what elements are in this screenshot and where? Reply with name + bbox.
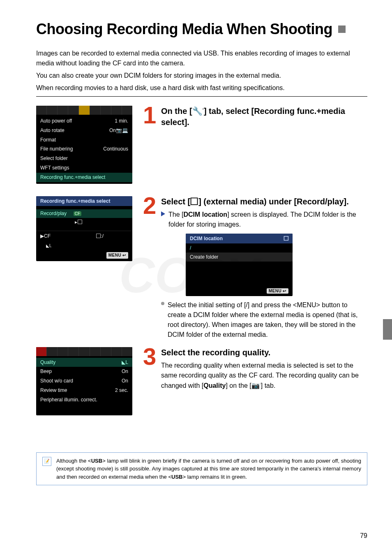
quality-mini-icon: ◣L bbox=[46, 243, 52, 248]
shoot-without-card-label: Shoot w/o card bbox=[40, 378, 73, 385]
quality-value: ◣L bbox=[122, 359, 128, 366]
step-2-bullet-2: Select the initial setting of [/] and pr… bbox=[161, 300, 367, 340]
triangle-bullet-icon bbox=[161, 211, 165, 216]
step-number-3: 3 bbox=[143, 347, 161, 366]
step-3: Quality◣L BeepOn Shoot w/o cardOn Review… bbox=[36, 347, 367, 415]
record-play-row: Record/play CF bbox=[36, 209, 132, 218]
step-2-heading: Select [🞎] (external media) under [Recor… bbox=[161, 196, 367, 207]
auto-power-off-value: 1 min. bbox=[115, 118, 128, 125]
page-number: 79 bbox=[360, 532, 367, 540]
destination-ext: 🞎:/ bbox=[96, 233, 128, 240]
step-2: Recording func.+media select Record/play… bbox=[36, 196, 367, 340]
beep-value: On bbox=[122, 368, 128, 375]
shoot-without-card-value: On bbox=[122, 378, 128, 385]
peripheral-illumin-label: Peripheral illumin. correct. bbox=[40, 396, 97, 403]
camera-shooting-menu: Quality◣L BeepOn Shoot w/o cardOn Review… bbox=[36, 347, 132, 415]
step-3-heading: Select the recording quality. bbox=[161, 347, 367, 358]
wft-settings-label: WFT settings bbox=[40, 164, 69, 171]
divider bbox=[36, 96, 367, 97]
review-time-value: 2 sec. bbox=[115, 387, 128, 394]
page-title-row: Choosing Recording Media When Shooting bbox=[36, 21, 367, 38]
camera-recording-func-screen: Recording func.+media select Record/play… bbox=[36, 196, 132, 261]
dcim-location-screen: DCIM location 🞎 / Create folder MENU ↩ bbox=[186, 234, 293, 296]
intro-line-3: When recording movies to a hard disk, us… bbox=[36, 83, 367, 93]
menu-tabs bbox=[36, 106, 132, 115]
title-square-icon bbox=[338, 25, 346, 33]
auto-rotate-value: On📷💻 bbox=[109, 127, 128, 134]
quality-label: Quality bbox=[40, 359, 55, 366]
step-2-bullet-1: The [DCIM location] screen is displayed.… bbox=[161, 210, 367, 229]
camera-menu-setup: Auto power off1 min. Auto rotateOn📷💻 For… bbox=[36, 106, 132, 184]
select-folder-label: Select folder bbox=[40, 155, 68, 162]
dcim-title: DCIM location bbox=[190, 236, 223, 241]
beep-label: Beep bbox=[40, 368, 52, 375]
menu-tabs-2 bbox=[36, 347, 132, 356]
auto-rotate-label: Auto rotate bbox=[40, 127, 65, 134]
auto-power-off-label: Auto power off bbox=[40, 118, 72, 125]
step-3-body: The recording quality when external medi… bbox=[161, 361, 367, 391]
intro-line-1: Images can be recorded to external media… bbox=[36, 49, 367, 68]
format-label: Format bbox=[40, 137, 56, 144]
dcim-root-path: / bbox=[186, 243, 293, 253]
external-media-option: ▸🞎 bbox=[36, 218, 132, 227]
page-title: Choosing Recording Media When Shooting bbox=[36, 21, 332, 38]
section-edge-tab bbox=[383, 319, 392, 340]
review-time-label: Review time bbox=[40, 387, 67, 394]
menu-return-badge: MENU ↩ bbox=[106, 252, 128, 259]
recording-func-media-select-label: Recording func.+media select bbox=[40, 174, 105, 181]
recording-func-title: Recording func.+media select bbox=[36, 196, 132, 206]
dot-bullet-icon bbox=[161, 302, 164, 305]
cf-badge: CF bbox=[74, 211, 81, 216]
external-media-icon: 🞎 bbox=[284, 236, 288, 241]
file-numbering-label: File numbering bbox=[40, 146, 73, 153]
step-1: Auto power off1 min. Auto rotateOn📷💻 For… bbox=[36, 106, 367, 184]
camera-icon: 📷 bbox=[251, 382, 260, 389]
file-numbering-value: Continuous bbox=[103, 146, 128, 153]
wrench-icon: 🔧 bbox=[192, 107, 203, 116]
footnote: 📝 Although the <USB> lamp will blink in … bbox=[36, 452, 367, 486]
note-icon: 📝 bbox=[42, 457, 51, 466]
create-folder-row: Create folder bbox=[186, 253, 293, 262]
intro-line-2: You can also create your own DCIM folder… bbox=[36, 71, 367, 81]
step-number-2: 2 bbox=[143, 196, 161, 215]
step-number-1: 1 bbox=[143, 106, 161, 125]
menu-return-badge-2: MENU ↩ bbox=[267, 288, 288, 294]
step-1-heading: On the [🔧·] tab, select [Recording func.… bbox=[161, 106, 367, 128]
destination-cf: ▶CF bbox=[40, 233, 51, 240]
footnote-text: Although the <USB> lamp will blink in gr… bbox=[56, 457, 361, 481]
